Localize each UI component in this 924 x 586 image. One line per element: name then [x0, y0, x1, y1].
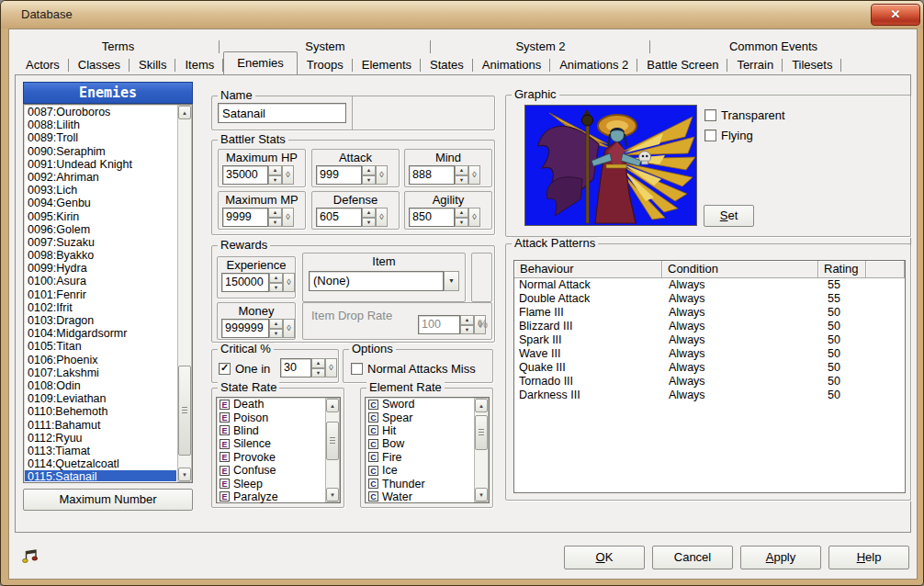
- spin-up-icon[interactable]: ▲: [268, 208, 282, 218]
- spin-up-icon[interactable]: ▲: [268, 165, 282, 175]
- spin-value[interactable]: 150000: [221, 273, 269, 292]
- list-item[interactable]: 0113:Tiamat: [25, 445, 176, 457]
- list-item[interactable]: 0112:Ryuu: [25, 432, 176, 445]
- list-item[interactable]: 0099:Hydra: [25, 262, 176, 275]
- table-row[interactable]: Double AttackAlways55: [514, 292, 905, 306]
- list-item[interactable]: 0110:Behemoth: [25, 405, 176, 418]
- list-item[interactable]: 0114:Quetzalcoatl: [25, 457, 176, 470]
- spin-extra-button[interactable]: ◊: [376, 165, 388, 185]
- item-combobox[interactable]: (None) ▼: [309, 271, 459, 291]
- list-item[interactable]: 0102:Ifrit: [25, 301, 176, 314]
- spin-up-icon[interactable]: ▲: [311, 358, 325, 368]
- close-button[interactable]: ✕: [871, 4, 920, 26]
- spin-up-icon[interactable]: ▲: [455, 208, 468, 218]
- list-item[interactable]: 0092:Ahriman: [25, 171, 176, 184]
- rate-list-item[interactable]: ESilence: [218, 437, 325, 450]
- spin-down-icon[interactable]: ▼: [268, 218, 282, 228]
- spin-extra-button[interactable]: ◊: [282, 165, 294, 185]
- rate-list-item[interactable]: EPoison: [218, 411, 325, 423]
- tab-troops[interactable]: Troops: [298, 56, 353, 74]
- name-input[interactable]: [218, 103, 346, 123]
- state-rate-scrollbar[interactable]: ▲ ▼: [325, 398, 340, 502]
- list-item[interactable]: 0107:Lakshmi: [25, 366, 176, 379]
- tab-system-2[interactable]: System 2: [431, 38, 650, 56]
- list-item[interactable]: 0106:Phoenix: [25, 354, 176, 366]
- spin-extra-button[interactable]: ◊: [325, 358, 337, 378]
- rate-list-item[interactable]: CBow: [366, 437, 474, 450]
- spin-value[interactable]: 999: [316, 165, 362, 185]
- list-item[interactable]: 0103:Dragon: [25, 314, 176, 327]
- spin-down-icon[interactable]: ▼: [268, 175, 282, 186]
- spin-value[interactable]: 100: [418, 315, 460, 334]
- column-header-behaviour[interactable]: Behaviour: [514, 261, 662, 278]
- column-header-condition[interactable]: Condition: [662, 261, 818, 278]
- tab-items[interactable]: Items: [175, 56, 223, 74]
- list-item[interactable]: 0101:Fenrir: [25, 288, 176, 301]
- list-item[interactable]: 0095:Kirin: [25, 210, 176, 223]
- list-item[interactable]: 0088:Lilith: [25, 118, 176, 131]
- rate-list-item[interactable]: CWater: [366, 490, 474, 503]
- item-combobox-value[interactable]: (None): [309, 271, 444, 291]
- table-row[interactable]: Flame IIIAlways50: [514, 306, 905, 320]
- spin-down-icon[interactable]: ▼: [362, 175, 376, 186]
- spin-down-icon[interactable]: ▼: [455, 175, 468, 186]
- ok-button[interactable]: OK: [564, 546, 645, 569]
- table-row[interactable]: Tornado IIIAlways50: [514, 375, 905, 389]
- rate-list-item[interactable]: EParalyze: [218, 490, 325, 503]
- tab-skills[interactable]: Skills: [130, 56, 175, 74]
- maximum-number-button[interactable]: Maximum Number: [23, 489, 193, 511]
- list-item[interactable]: 0108:Odin: [25, 379, 176, 392]
- spin-value[interactable]: 850: [409, 208, 455, 227]
- rate-list-item[interactable]: EProvoke: [218, 451, 325, 464]
- rate-list-item[interactable]: EBlind: [218, 424, 325, 437]
- tab-states[interactable]: States: [421, 56, 473, 74]
- scrollbar-thumb[interactable]: [178, 366, 191, 456]
- element-rate-scrollbar[interactable]: ▲ ▼: [474, 398, 489, 502]
- tab-elements[interactable]: Elements: [353, 56, 421, 74]
- list-item[interactable]: 0087:Ouroboros: [25, 106, 176, 118]
- tab-animations[interactable]: Animations: [473, 56, 550, 74]
- spin-value[interactable]: 35000: [222, 165, 268, 185]
- spin-value[interactable]: 605: [316, 208, 362, 227]
- list-item[interactable]: 0089:Troll: [25, 131, 176, 144]
- table-row[interactable]: Darkness IIIAlways50: [514, 389, 905, 402]
- tab-terms[interactable]: Terms: [17, 38, 220, 56]
- table-row[interactable]: Blizzard IIIAlways50: [514, 320, 905, 333]
- spin-extra-button[interactable]: ◊: [468, 208, 480, 227]
- tab-actors[interactable]: Actors: [17, 56, 69, 74]
- spin-up-icon[interactable]: ▲: [269, 319, 283, 329]
- tab-tilesets[interactable]: Tilesets: [783, 56, 841, 74]
- table-row[interactable]: Spark IIIAlways50: [514, 333, 905, 347]
- scroll-down-icon[interactable]: ▼: [326, 488, 339, 501]
- rate-list-item[interactable]: CFire: [366, 451, 474, 464]
- column-header-rating[interactable]: Rating: [818, 261, 866, 278]
- spin-extra-button[interactable]: ◊: [376, 208, 388, 227]
- scroll-down-icon[interactable]: ▼: [475, 488, 488, 501]
- list-item[interactable]: 0098:Byakko: [25, 249, 176, 262]
- table-row[interactable]: Normal AttackAlways55: [514, 278, 905, 292]
- tab-common-events[interactable]: Common Events: [650, 38, 896, 56]
- tab-classes[interactable]: Classes: [69, 56, 130, 74]
- rate-list-item[interactable]: CSword: [366, 398, 474, 411]
- spin-down-icon[interactable]: ▼: [311, 368, 325, 378]
- enemy-graphic[interactable]: [524, 105, 697, 226]
- cancel-button[interactable]: Cancel: [652, 546, 733, 569]
- spin-up-icon[interactable]: ▲: [455, 165, 468, 175]
- scroll-down-icon[interactable]: ▼: [178, 468, 191, 481]
- list-item[interactable]: 0104:Midgardsormr: [25, 327, 176, 340]
- scroll-up-icon[interactable]: ▲: [475, 399, 488, 412]
- list-item[interactable]: 0097:Suzaku: [25, 236, 176, 249]
- spin-value[interactable]: 888: [409, 165, 455, 185]
- spin-value[interactable]: 999999: [221, 319, 269, 338]
- rate-list-item[interactable]: EDeath: [218, 398, 325, 411]
- help-button[interactable]: Help: [828, 546, 909, 569]
- list-item[interactable]: 0109:Leviathan: [25, 392, 176, 405]
- tab-terrain[interactable]: Terrain: [727, 56, 783, 74]
- tab-animations-2[interactable]: Animations 2: [550, 56, 637, 74]
- enemies-scrollbar[interactable]: ▲ ▼: [177, 105, 192, 482]
- list-item[interactable]: 0093:Lich: [25, 184, 176, 197]
- scroll-up-icon[interactable]: ▲: [326, 399, 339, 412]
- list-item[interactable]: 0090:Seraphim: [25, 145, 176, 158]
- one-in-checkbox[interactable]: [219, 363, 231, 375]
- spin-extra-button[interactable]: ◊: [468, 165, 480, 185]
